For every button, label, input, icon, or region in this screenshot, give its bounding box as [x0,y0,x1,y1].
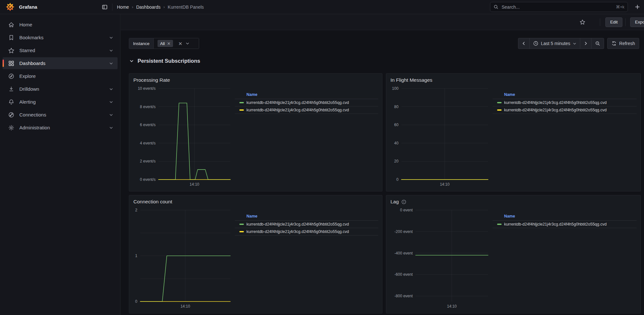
sidebar-item-bookmarks[interactable]: Bookmarks [3,32,118,43]
compass-icon [8,73,14,79]
chart-processing-rate: 10 event/s8 event/s6 event/s4 event/s2 e… [133,85,234,189]
chevron-down-icon[interactable] [109,61,113,65]
refresh-label: Refresh [619,41,635,46]
star-icon [8,47,14,54]
sidebar-item-label: Bookmarks [19,35,109,40]
series-color-swatch [239,109,244,111]
sidebar-item-label: Drilldown [19,86,109,92]
chevron-down-icon[interactable] [109,126,113,130]
series-color-swatch [497,224,502,225]
breadcrumb-item[interactable]: Dashboards [136,5,161,10]
breadcrumb-separator-icon: › [132,5,133,9]
series-color-swatch [239,224,244,225]
edit-button[interactable]: Edit [605,17,622,27]
chevron-down-icon[interactable] [109,87,113,91]
zoom-out-time-button[interactable] [591,38,604,49]
legend-lag: Namekurrentdb-d24f4hljjcle21j4r3cg.d24f4… [493,206,637,311]
sidebar-item-drilldown[interactable]: Drilldown [3,83,118,95]
sidebar-item-dashboards[interactable]: Dashboards [3,57,118,69]
sidebar-item-label: Alerting [19,99,109,105]
star-dashboard-button[interactable] [578,17,587,27]
svg-text:8 event/s: 8 event/s [140,105,156,109]
chevron-down-icon[interactable] [109,49,113,52]
panel-title: Processing Rate [133,77,170,83]
panel-header[interactable]: Lag [390,198,637,206]
refresh-group: Refresh [607,38,639,49]
remove-value-icon[interactable]: ✕ [167,42,171,46]
add-new-button[interactable] [632,2,642,12]
svg-text:0 event: 0 event [400,208,413,212]
chevron-down-icon[interactable] [109,100,113,104]
gear-icon [8,125,14,131]
time-shift-back-button[interactable] [518,38,530,49]
brand: Grafana [0,3,100,11]
svg-text:2 event/s: 2 event/s [140,159,156,163]
sidebar-item-home[interactable]: Home [3,19,118,31]
legend-row[interactable]: kurrentdb-d24f4hljjcle21j4r3cg.d24f4h5g0… [235,221,378,228]
chevron-down-icon[interactable] [109,113,113,117]
chart-connection-count: 21014:10 [133,206,234,311]
legend-row[interactable]: kurrentdb-d24f4hljjcle21j4r3cg.d24f4h5g0… [493,99,637,107]
bookmark-icon [8,34,14,41]
time-range-picker[interactable]: Last 5 minutes [530,38,580,49]
chevron-down-icon[interactable] [186,42,189,45]
search-icon [494,5,498,9]
toolbar-divider [600,18,600,26]
dashboard-canvas: Instance All ✕ ✕ [121,31,644,315]
legend-name-header[interactable]: Name [235,213,378,221]
svg-text:2: 2 [135,208,138,212]
clock-icon [533,41,538,46]
export-button[interactable]: Export [630,17,644,27]
svg-text:14:10: 14:10 [447,304,457,309]
chevron-down-icon[interactable] [109,36,113,40]
panel-header[interactable]: In Flight Messages [390,76,637,84]
clear-all-icon[interactable]: ✕ [178,41,182,46]
search-input[interactable] [501,4,613,10]
sidebar-item-connections[interactable]: Connections [3,109,118,121]
grafana-logo-icon [6,3,14,11]
sidebar-item-explore[interactable]: Explore [3,70,118,82]
legend-name-header[interactable]: Name [493,92,637,99]
sidebar-item-starred[interactable]: Starred [3,44,118,56]
refresh-button[interactable]: Refresh [608,38,639,49]
panel-header[interactable]: Processing Rate [133,76,378,84]
breadcrumb-separator-icon: › [163,5,165,9]
legend-row[interactable]: kurrentdb-d24f4hljjcle21j4r3cg.d24f4h5g0… [235,228,378,236]
svg-text:-600 event: -600 event [394,272,413,277]
time-shift-forward-button[interactable] [580,38,591,49]
legend-row[interactable]: kurrentdb-d24f4hljjcle21j4r3cg.d24f4h5g0… [493,107,637,114]
sidebar-item-alerting[interactable]: Alerting [3,96,118,108]
series-color-swatch [497,102,502,103]
search-box[interactable]: ⌘+k [490,2,628,12]
breadcrumb-item[interactable]: Home [117,5,129,10]
topbar-divider [112,4,112,11]
instance-filter-value[interactable]: All ✕ ✕ [154,38,199,49]
info-icon[interactable] [401,199,406,204]
legend-row[interactable]: kurrentdb-d24f4hljjcle21j4r3cg.d24f4h5g0… [235,107,378,114]
section-row-persistent-subscriptions[interactable]: Persistent Subscriptions [130,58,200,64]
brand-label: Grafana [19,4,37,10]
sidebar-item-label: Explore [19,73,113,79]
sidebar-item-label: Dashboards [19,60,109,66]
mega-menu-toggle-button[interactable] [100,2,110,12]
legend-name-header[interactable]: Name [235,92,378,99]
series-name: kurrentdb-d24f4hljjcle21j4r3cg.d24f4h5g0… [504,222,607,227]
time-range-label: Last 5 minutes [541,41,570,46]
svg-text:6 event/s: 6 event/s [140,123,156,127]
sidebar-item-label: Administration [19,125,109,130]
sidebar-item-label: Starred [19,48,109,53]
legend-name-header[interactable]: Name [493,213,637,221]
chart-in-flight-messages: 10080604020014:10 [390,85,491,189]
legend-row[interactable]: kurrentdb-d24f4hljjcle21j4r3cg.d24f4h5g0… [235,99,378,107]
svg-text:0: 0 [135,299,138,304]
chevron-down-icon [573,42,576,45]
svg-text:4 event/s: 4 event/s [140,141,156,145]
svg-text:80: 80 [394,105,399,109]
sidebar-item-label: Home [19,22,113,27]
instance-value-pill[interactable]: All ✕ [158,40,173,47]
section-title: Persistent Subscriptions [138,58,200,64]
sidebar-item-administration[interactable]: Administration [3,122,118,134]
legend-row[interactable]: kurrentdb-d24f4hljjcle21j4r3cg.d24f4h5g0… [493,221,637,228]
panel-title: Lag [390,199,399,205]
panel-header[interactable]: Connection count [133,198,378,206]
